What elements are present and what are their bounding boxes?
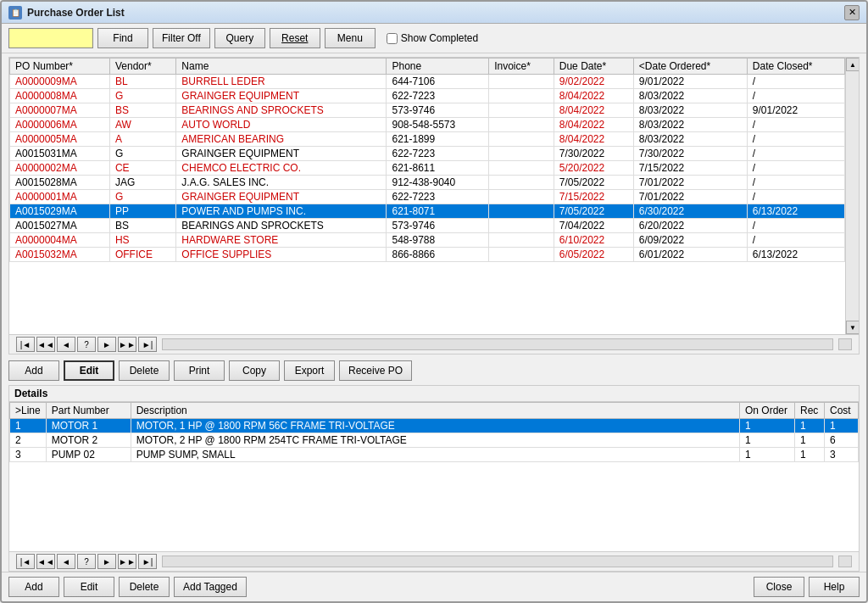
col-line: >Line: [10, 403, 47, 419]
table-row[interactable]: A0000008MAGGRAINGER EQUIPMENT622-72238/0…: [10, 89, 845, 103]
bottom-edit-button[interactable]: Edit: [64, 577, 114, 597]
nav-question-button[interactable]: ?: [77, 337, 96, 352]
main-window: 📋 Purchase Order List ✕ Find Filter Off …: [0, 0, 868, 603]
detail-nav-next-next-button[interactable]: ►►: [118, 554, 136, 569]
query-button[interactable]: Query: [214, 28, 265, 48]
menu-button[interactable]: Menu: [325, 28, 376, 48]
export-po-button[interactable]: Export: [284, 360, 335, 381]
help-button[interactable]: Help: [809, 577, 860, 597]
detail-nav-next-button[interactable]: ►: [97, 554, 116, 569]
col-description: Description: [131, 403, 739, 419]
detail-nav-first-button[interactable]: |◄: [16, 554, 35, 569]
col-cost: Cost: [825, 403, 859, 419]
action-bar: Add Edit Delete Print Copy Export Receiv…: [2, 356, 866, 385]
main-nav-bar: |◄ ◄◄ ◄ ? ► ►► ►|: [9, 334, 859, 354]
show-completed-checkbox[interactable]: [387, 33, 398, 44]
details-label: Details: [9, 386, 859, 402]
col-date-ordered: <Date Ordered*: [633, 59, 747, 75]
main-table-scroll[interactable]: PO Number* Vendor* Name Phone Invoice* D…: [9, 58, 845, 334]
table-row[interactable]: A0015028MAJAGJ.A.G. SALES INC.912-438-90…: [10, 176, 845, 190]
title-bar: 📋 Purchase Order List ✕: [2, 2, 866, 24]
scroll-corner: [838, 338, 852, 350]
window-title: Purchase Order List: [27, 7, 125, 19]
title-bar-left: 📋 Purchase Order List: [8, 6, 125, 20]
bottom-add-tagged-button[interactable]: Add Tagged: [174, 577, 247, 597]
details-table-scroll[interactable]: >Line Part Number Description On Order R…: [9, 402, 859, 551]
details-section: Details >Line Part Number Description On…: [8, 385, 860, 572]
table-row[interactable]: A0000009MABLBURRELL LEDER644-71069/02/20…: [10, 75, 845, 89]
nav-next-button[interactable]: ►: [97, 337, 116, 352]
horizontal-scrollbar[interactable]: [162, 338, 833, 350]
details-nav-bar: |◄ ◄◄ ◄ ? ► ►► ►|: [9, 551, 859, 571]
table-row[interactable]: A0015029MAPPPOWER AND PUMPS INC.621-8071…: [10, 204, 845, 219]
scroll-thumb[interactable]: [846, 71, 859, 321]
detail-scroll-corner: [838, 556, 852, 567]
bottom-add-button[interactable]: Add: [8, 577, 59, 597]
print-po-button[interactable]: Print: [174, 360, 225, 381]
nav-prev-button[interactable]: ◄: [57, 337, 75, 352]
table-row[interactable]: A0000005MAAAMERICAN BEARING621-18998/04/…: [10, 132, 845, 147]
detail-nav-prev-prev-button[interactable]: ◄◄: [36, 554, 55, 569]
table-row[interactable]: A0000004MAHSHARDWARE STORE548-97886/10/2…: [10, 233, 845, 248]
detail-nav-last-button[interactable]: ►|: [138, 554, 157, 569]
vertical-scrollbar[interactable]: ▲ ▼: [845, 58, 859, 334]
detail-table-row[interactable]: 2MOTOR 2MOTOR, 2 HP @ 1800 RPM 254TC FRA…: [10, 433, 859, 448]
table-row[interactable]: A0000006MAAWAUTO WORLD908-548-55738/04/2…: [10, 118, 845, 132]
main-table-wrapper: PO Number* Vendor* Name Phone Invoice* D…: [9, 58, 859, 334]
detail-nav-question-button[interactable]: ?: [77, 554, 96, 569]
nav-prev-prev-button[interactable]: ◄◄: [36, 337, 55, 352]
copy-po-button[interactable]: Copy: [229, 360, 280, 381]
edit-po-button[interactable]: Edit: [64, 360, 114, 381]
nav-first-button[interactable]: |◄: [16, 337, 35, 352]
table-row[interactable]: A0015032MAOFFICEOFFICE SUPPLIES866-88666…: [10, 248, 845, 262]
show-completed-area: Show Completed: [387, 32, 478, 44]
detail-table-row[interactable]: 3PUMP 02PUMP SUMP, SMALL113: [10, 448, 859, 462]
po-search-input[interactable]: [8, 28, 93, 48]
table-row[interactable]: A0015031MAGGRAINGER EQUIPMENT622-72237/3…: [10, 147, 845, 161]
col-po-number: PO Number*: [10, 59, 110, 75]
reset-button[interactable]: Reset: [270, 28, 320, 48]
table-row[interactable]: A0000007MABSBEARINGS AND SPROCKETS573-97…: [10, 103, 845, 118]
close-icon[interactable]: ✕: [844, 5, 860, 20]
nav-last-button[interactable]: ►|: [138, 337, 157, 352]
bottom-bar-right: Close Help: [754, 577, 860, 597]
scroll-down-arrow[interactable]: ▼: [846, 321, 859, 334]
detail-horizontal-scrollbar[interactable]: [162, 556, 833, 567]
col-vendor: Vendor*: [109, 59, 175, 75]
app-icon: 📋: [8, 6, 22, 20]
col-rec: Rec: [795, 403, 825, 419]
details-table: >Line Part Number Description On Order R…: [9, 402, 859, 462]
toolbar: Find Filter Off Query Reset Menu Show Co…: [2, 24, 866, 53]
delete-po-button[interactable]: Delete: [119, 360, 170, 381]
col-date-closed: Date Closed*: [747, 59, 844, 75]
col-due-date: Due Date*: [554, 59, 633, 75]
table-row[interactable]: A0000002MACECHEMCO ELECTRIC CO.621-86115…: [10, 161, 845, 176]
main-table-area: PO Number* Vendor* Name Phone Invoice* D…: [8, 57, 860, 355]
table-row[interactable]: A0015027MABSBEARINGS AND SPROCKETS573-97…: [10, 219, 845, 233]
receive-po-button[interactable]: Receive PO: [339, 360, 412, 381]
detail-table-row[interactable]: 1MOTOR 1MOTOR, 1 HP @ 1800 RPM 56C FRAME…: [10, 419, 859, 433]
show-completed-label: Show Completed: [401, 32, 478, 44]
add-po-button[interactable]: Add: [8, 360, 59, 381]
col-phone: Phone: [387, 59, 489, 75]
col-on-order: On Order: [740, 403, 795, 419]
find-button[interactable]: Find: [97, 28, 148, 48]
nav-next-next-button[interactable]: ►►: [118, 337, 136, 352]
filter-off-button[interactable]: Filter Off: [153, 28, 210, 48]
close-button[interactable]: Close: [754, 577, 804, 597]
bottom-delete-button[interactable]: Delete: [119, 577, 170, 597]
table-row[interactable]: A0000001MAGGRAINGER EQUIPMENT622-72237/1…: [10, 190, 845, 204]
scroll-up-arrow[interactable]: ▲: [846, 58, 859, 71]
col-part-number: Part Number: [46, 403, 131, 419]
col-invoice: Invoice*: [489, 59, 554, 75]
po-table: PO Number* Vendor* Name Phone Invoice* D…: [9, 58, 845, 262]
col-name: Name: [176, 59, 387, 75]
detail-nav-prev-button[interactable]: ◄: [57, 554, 75, 569]
bottom-bar: Add Edit Delete Add Tagged Close Help: [2, 572, 866, 601]
